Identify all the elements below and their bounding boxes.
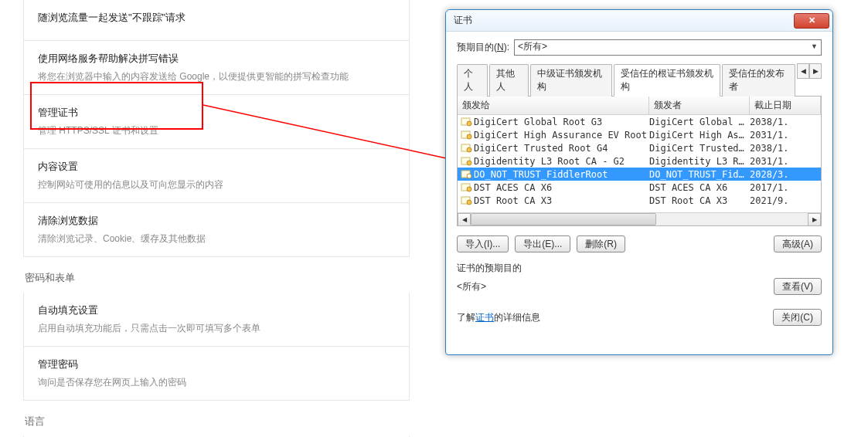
cert-expiry: 2028/3. <box>750 169 821 180</box>
cert-issued-to: DigiCert Trusted Root G4 <box>474 143 608 154</box>
cert-list: 颁发给 颁发者 截止日期 DigiCert Global Root G3Digi… <box>457 97 822 226</box>
setting-title: 清除浏览数据 <box>38 214 395 228</box>
tab-scroll: ◀ ▶ <box>797 63 822 96</box>
tab-scroll-left[interactable]: ◀ <box>797 63 809 79</box>
setting-item[interactable]: 管理密码 询问是否保存您在网页上输入的密码 <box>24 346 409 400</box>
setting-desc: 启用自动填充功能后，只需点击一次即可填写多个表单 <box>38 322 395 335</box>
section-label-language: 语言 <box>25 415 410 429</box>
cert-row[interactable]: DO_NOT_TRUST_FiddlerRootDO_NOT_TRUST_Fid… <box>458 168 821 181</box>
remove-button[interactable]: 删除(R) <box>577 235 625 252</box>
cert-row[interactable]: DST Root CA X3DST Root CA X32021/9. <box>458 194 821 207</box>
cert-list-header: 颁发给 颁发者 截止日期 <box>458 97 821 115</box>
cert-issued-to: DigiCert Global Root G3 <box>474 117 602 127</box>
section-label-passwords: 密码和表单 <box>25 271 410 285</box>
setting-desc: 控制网站可使用的信息以及可向您显示的内容 <box>38 178 395 191</box>
cert-issued-to: DigiCert High Assurance EV Root CA <box>474 130 649 141</box>
dialog-title: 证书 <box>454 14 794 27</box>
svg-rect-7 <box>467 147 471 152</box>
scroll-left-icon[interactable]: ◀ <box>458 213 471 226</box>
setting-title: 使用网络服务帮助解决拼写错误 <box>38 52 395 66</box>
export-button[interactable]: 导出(E)... <box>515 235 570 252</box>
setting-desc: 清除浏览记录、Cookie、缓存及其他数据 <box>38 232 395 246</box>
svg-rect-9 <box>467 161 471 165</box>
cert-row[interactable]: DigiCert Global Root G3DigiCert Global .… <box>458 115 821 128</box>
cert-issuer: DigiCert Trusted... <box>649 143 750 154</box>
setting-item[interactable]: 使用网络服务帮助解决拼写错误 将您在浏览器中输入的内容发送给 Google，以便… <box>24 40 409 94</box>
cert-issuer: DO_NOT_TRUST_Fid... <box>649 169 750 180</box>
setting-title: 管理密码 <box>38 357 395 371</box>
svg-rect-5 <box>467 134 471 139</box>
cert-issuer: DST Root CA X3 <box>649 195 750 206</box>
cert-issued-to: DST Root CA X3 <box>474 195 552 206</box>
col-expiry[interactable]: 截止日期 <box>750 97 821 114</box>
cert-expiry: 2031/1. <box>750 130 821 141</box>
cert-issuer: Digidentity L3 R... <box>649 156 750 167</box>
scroll-right-icon[interactable]: ▶ <box>808 213 821 226</box>
purpose-label: 预期目的(N): <box>457 41 509 54</box>
cert-row[interactable]: DigiCert Trusted Root G4DigiCert Trusted… <box>458 141 821 154</box>
setting-desc: 将您在浏览器中输入的内容发送给 Google，以便提供更智能的拼写检查功能 <box>38 70 395 83</box>
setting-desc: 管理 HTTPS/SSL 证书和设置 <box>38 124 395 137</box>
tab-trusted-root-ca[interactable]: 受信任的根证书颁发机构 <box>614 64 721 97</box>
close-dialog-button[interactable]: 关闭(C) <box>773 309 822 326</box>
cert-purpose-section: 证书的预期目的 <所有> 查看(V) <box>457 262 822 295</box>
dialog-body: 预期目的(N): <所有> 个人 其他人 中级证书颁发机构 受信任的根证书颁发机… <box>446 32 832 354</box>
horizontal-scrollbar[interactable]: ◀ ▶ <box>458 212 821 225</box>
dialog-footer: 了解证书的详细信息 关闭(C) <box>457 309 822 326</box>
col-issued-to[interactable]: 颁发给 <box>458 97 649 114</box>
tab-trusted-publishers[interactable]: 受信任的发布者 <box>722 64 795 97</box>
setting-title: 随浏览流量一起发送"不跟踪"请求 <box>38 11 395 25</box>
learn-more-text: 了解证书的详细信息 <box>457 311 540 324</box>
col-issuer[interactable]: 颁发者 <box>649 97 750 114</box>
scroll-track[interactable] <box>471 213 808 225</box>
cert-tabs: 个人 其他人 中级证书颁发机构 受信任的根证书颁发机构 受信任的发布者 ◀ ▶ <box>457 63 822 97</box>
setting-item-manage-certs[interactable]: 管理证书 管理 HTTPS/SSL 证书和设置 <box>24 94 409 148</box>
cert-row[interactable]: Digidentity L3 Root CA - G2Digidentity L… <box>458 154 821 168</box>
svg-rect-13 <box>467 187 471 191</box>
setting-item[interactable]: 随浏览流量一起发送"不跟踪"请求 <box>24 0 409 40</box>
cert-expiry: 2038/1. <box>750 117 821 127</box>
cert-issued-to: DST ACES CA X6 <box>474 182 552 193</box>
cert-rows: DigiCert Global Root G3DigiCert Global .… <box>458 115 821 212</box>
import-button[interactable]: 导入(I)... <box>457 235 509 252</box>
cert-row[interactable]: DigiCert High Assurance EV Root CADigiCe… <box>458 128 821 141</box>
tab-personal[interactable]: 个人 <box>457 64 488 97</box>
purpose-section-value: <所有> <box>457 280 774 293</box>
setting-title: 管理证书 <box>38 106 395 120</box>
view-button[interactable]: 查看(V) <box>774 278 822 295</box>
tab-intermediate-ca[interactable]: 中级证书颁发机构 <box>530 64 612 97</box>
svg-rect-15 <box>467 200 471 205</box>
tab-scroll-right[interactable]: ▶ <box>809 63 822 79</box>
intended-purpose-row: 预期目的(N): <所有> <box>457 39 822 56</box>
cert-issuer: DigiCert Global ... <box>649 117 750 127</box>
settings-group-privacy: 随浏览流量一起发送"不跟踪"请求 使用网络服务帮助解决拼写错误 将您在浏览器中输… <box>23 0 410 257</box>
tab-others[interactable]: 其他人 <box>489 64 529 97</box>
settings-panel: 随浏览流量一起发送"不跟踪"请求 使用网络服务帮助解决拼写错误 将您在浏览器中输… <box>0 0 433 437</box>
setting-title: 内容设置 <box>38 160 395 174</box>
svg-rect-11 <box>467 174 471 178</box>
svg-rect-3 <box>467 121 471 126</box>
setting-item[interactable]: 自动填充设置 启用自动填充功能后，只需点击一次即可填写多个表单 <box>24 293 409 346</box>
purpose-select[interactable]: <所有> <box>514 39 822 56</box>
cert-expiry: 2038/1. <box>750 143 821 154</box>
cert-issued-to: Digidentity L3 Root CA - G2 <box>474 156 625 167</box>
cert-row[interactable]: DST ACES CA X6DST ACES CA X62017/1. <box>458 181 821 194</box>
cert-issuer: DST ACES CA X6 <box>649 182 750 193</box>
cert-issuer: DigiCert High As... <box>649 130 750 141</box>
certificates-link[interactable]: 证书 <box>475 312 494 323</box>
setting-item[interactable]: 清除浏览数据 清除浏览记录、Cookie、缓存及其他数据 <box>24 202 409 256</box>
dialog-titlebar[interactable]: 证书 ✕ <box>446 10 832 32</box>
cert-expiry: 2031/1. <box>750 156 821 167</box>
purpose-section-title: 证书的预期目的 <box>457 262 822 275</box>
settings-group-passwords: 自动填充设置 启用自动填充功能后，只需点击一次即可填写多个表单 管理密码 询问是… <box>23 293 410 401</box>
close-icon: ✕ <box>808 15 815 25</box>
setting-desc: 询问是否保存您在网页上输入的密码 <box>38 376 395 389</box>
cert-issued-to: DO_NOT_TRUST_FiddlerRoot <box>474 169 608 180</box>
advanced-button[interactable]: 高级(A) <box>774 235 822 252</box>
setting-item[interactable]: 内容设置 控制网站可使用的信息以及可向您显示的内容 <box>24 148 409 202</box>
setting-title: 自动填充设置 <box>38 303 395 317</box>
cert-expiry: 2021/9. <box>750 195 821 206</box>
certificates-dialog: 证书 ✕ 预期目的(N): <所有> 个人 其他人 中级证书颁发机构 受信任的根… <box>445 9 833 355</box>
close-button[interactable]: ✕ <box>794 13 829 29</box>
scroll-thumb[interactable] <box>471 213 656 225</box>
